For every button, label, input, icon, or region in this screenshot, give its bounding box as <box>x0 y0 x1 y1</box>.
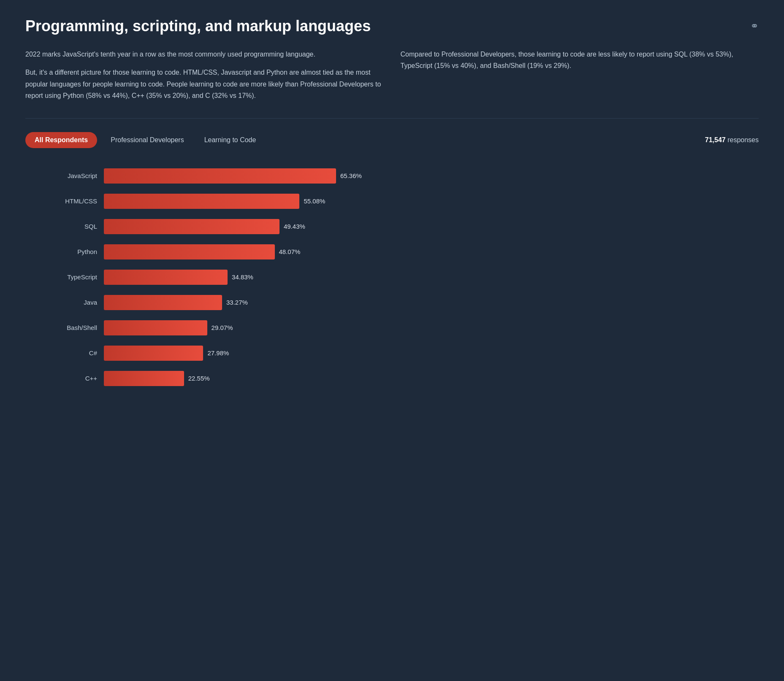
bar-fill <box>104 320 207 335</box>
bar-wrapper: 48.07% <box>104 244 759 259</box>
tab-all-respondents[interactable]: All Respondents <box>25 132 97 148</box>
bar-wrapper: 55.08% <box>104 194 759 209</box>
bar-wrapper: 27.98% <box>104 346 759 361</box>
bar-value: 22.55% <box>188 375 210 382</box>
tab-professional-developers[interactable]: Professional Developers <box>104 132 190 148</box>
chart-row: Bash/Shell29.07% <box>42 320 759 335</box>
bar-fill <box>104 295 222 310</box>
chart-row: C#27.98% <box>42 346 759 361</box>
bar-fill <box>104 244 275 259</box>
bar-value: 49.43% <box>284 223 305 230</box>
response-count-value: 71,547 <box>705 136 726 143</box>
bar-label: Bash/Shell <box>42 324 97 331</box>
description-text-left: 2022 marks JavaScript's tenth year in a … <box>25 49 384 101</box>
filter-bar: All Respondents Professional Developers … <box>25 132 759 148</box>
bar-wrapper: 22.55% <box>104 371 759 386</box>
section-divider <box>25 118 759 119</box>
description-text-right: Compared to Professional Developers, tho… <box>401 49 759 71</box>
bar-fill <box>104 168 336 184</box>
link-icon[interactable]: ⚭ <box>750 20 759 32</box>
chart-row: JavaScript65.36% <box>42 168 759 184</box>
bar-wrapper: 33.27% <box>104 295 759 310</box>
chart-row: TypeScript34.83% <box>42 270 759 285</box>
bar-value: 34.83% <box>232 273 253 281</box>
bar-value: 48.07% <box>279 248 301 255</box>
bar-value: 33.27% <box>226 299 248 306</box>
bar-wrapper: 29.07% <box>104 320 759 335</box>
bar-value: 27.98% <box>207 349 229 357</box>
chart-container: JavaScript65.36%HTML/CSS55.08%SQL49.43%P… <box>25 168 759 386</box>
bar-fill <box>104 270 228 285</box>
chart-row: HTML/CSS55.08% <box>42 194 759 209</box>
bar-label: Java <box>42 299 97 306</box>
desc-right-p1: Compared to Professional Developers, tho… <box>401 49 759 71</box>
chart-row: SQL49.43% <box>42 219 759 234</box>
chart-row: Java33.27% <box>42 295 759 310</box>
bar-fill <box>104 371 184 386</box>
chart-row: C++22.55% <box>42 371 759 386</box>
filter-tabs: All Respondents Professional Developers … <box>25 132 263 148</box>
bar-wrapper: 49.43% <box>104 219 759 234</box>
bar-fill <box>104 194 299 209</box>
desc-left-p2: But, it's a different picture for those … <box>25 67 384 101</box>
bar-label: TypeScript <box>42 273 97 281</box>
description-left: 2022 marks JavaScript's tenth year in a … <box>25 49 384 101</box>
bar-value: 55.08% <box>304 197 325 205</box>
bar-label: SQL <box>42 223 97 230</box>
description-right: Compared to Professional Developers, tho… <box>401 49 759 101</box>
bar-label: C# <box>42 349 97 357</box>
bar-fill <box>104 219 279 234</box>
bar-value: 65.36% <box>340 172 362 179</box>
bar-label: C++ <box>42 375 97 382</box>
description-grid: 2022 marks JavaScript's tenth year in a … <box>25 49 759 101</box>
page-header: Programming, scripting, and markup langu… <box>25 17 759 35</box>
bar-wrapper: 34.83% <box>104 270 759 285</box>
tab-learning-to-code[interactable]: Learning to Code <box>198 132 263 148</box>
response-count: 71,547 responses <box>705 136 759 144</box>
bar-label: JavaScript <box>42 172 97 179</box>
bar-label: HTML/CSS <box>42 197 97 205</box>
desc-left-p1: 2022 marks JavaScript's tenth year in a … <box>25 49 384 60</box>
bar-value: 29.07% <box>212 324 233 331</box>
response-count-label: responses <box>727 136 759 143</box>
bar-fill <box>104 346 203 361</box>
bar-wrapper: 65.36% <box>104 168 759 184</box>
bar-label: Python <box>42 248 97 255</box>
page-title: Programming, scripting, and markup langu… <box>25 17 371 35</box>
chart-row: Python48.07% <box>42 244 759 259</box>
